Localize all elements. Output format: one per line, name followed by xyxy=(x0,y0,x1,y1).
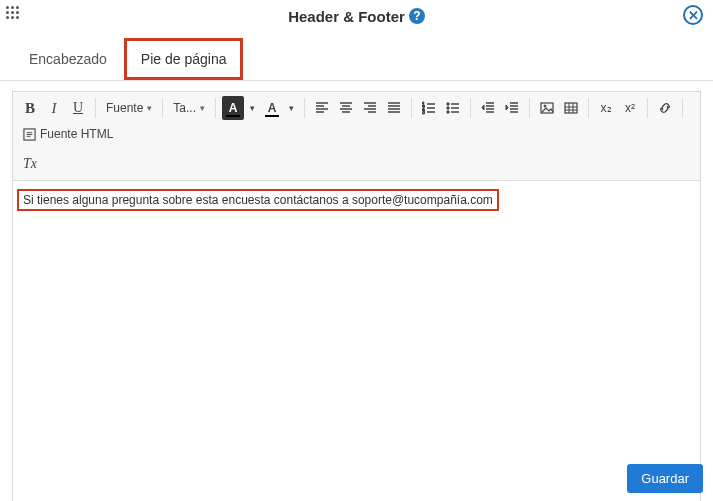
background-color-button[interactable]: A xyxy=(222,96,244,120)
superscript-button[interactable]: x² xyxy=(619,96,641,120)
editor-toolbar: B I U Fuente▾ Ta...▾ A▾ A▾ 123 x₂ x² Fue… xyxy=(13,92,700,181)
outdent-button[interactable] xyxy=(477,96,499,120)
image-icon xyxy=(540,101,554,115)
numbered-list-icon: 123 xyxy=(422,101,436,115)
align-justify-icon xyxy=(387,101,401,115)
font-family-label: Fuente xyxy=(106,101,143,115)
separator xyxy=(411,98,412,118)
svg-point-3 xyxy=(447,103,449,105)
separator xyxy=(95,98,96,118)
underline-button[interactable]: U xyxy=(67,96,89,120)
separator xyxy=(647,98,648,118)
bullet-list-button[interactable] xyxy=(442,96,464,120)
table-button[interactable] xyxy=(560,96,582,120)
bold-button[interactable]: B xyxy=(19,96,41,120)
svg-point-4 xyxy=(447,107,449,109)
close-button[interactable]: ✕ xyxy=(683,5,703,25)
separator xyxy=(529,98,530,118)
dialog-title: Header & Footer xyxy=(288,8,405,25)
close-icon: ✕ xyxy=(688,8,699,23)
tab-bar: Encabezado Pie de página xyxy=(0,38,713,81)
editor-content[interactable]: Si tienes alguna pregunta sobre esta enc… xyxy=(13,181,700,501)
svg-point-7 xyxy=(544,105,546,107)
align-left-button[interactable] xyxy=(311,96,333,120)
svg-point-5 xyxy=(447,111,449,113)
separator xyxy=(162,98,163,118)
dialog-header: Header & Footer ? ✕ xyxy=(0,0,713,32)
source-button[interactable]: Fuente HTML xyxy=(19,122,117,146)
font-size-select[interactable]: Ta...▾ xyxy=(169,96,209,120)
align-center-icon xyxy=(339,101,353,115)
link-icon xyxy=(658,101,672,115)
remove-format-icon: Tx xyxy=(23,156,37,172)
align-center-button[interactable] xyxy=(335,96,357,120)
align-justify-button[interactable] xyxy=(383,96,405,120)
indent-button[interactable] xyxy=(501,96,523,120)
bg-color-caret[interactable]: ▾ xyxy=(246,96,259,120)
rich-text-editor: B I U Fuente▾ Ta...▾ A▾ A▾ 123 x₂ x² Fue… xyxy=(12,91,701,501)
drag-handle-icon[interactable] xyxy=(6,6,19,19)
separator xyxy=(215,98,216,118)
bullet-list-icon xyxy=(446,101,460,115)
bg-color-icon: A xyxy=(229,101,238,115)
text-color-button[interactable]: A xyxy=(261,96,283,120)
separator xyxy=(304,98,305,118)
font-family-select[interactable]: Fuente▾ xyxy=(102,96,156,120)
source-icon xyxy=(23,128,36,141)
image-button[interactable] xyxy=(536,96,558,120)
separator xyxy=(682,98,683,118)
outdent-icon xyxy=(481,101,495,115)
text-color-caret[interactable]: ▾ xyxy=(285,96,298,120)
table-icon xyxy=(564,101,578,115)
align-right-icon xyxy=(363,101,377,115)
align-right-button[interactable] xyxy=(359,96,381,120)
save-button[interactable]: Guardar xyxy=(627,464,703,493)
font-size-label: Ta... xyxy=(173,101,196,115)
italic-button[interactable]: I xyxy=(43,96,65,120)
svg-text:3: 3 xyxy=(422,109,425,115)
help-icon[interactable]: ? xyxy=(409,8,425,24)
tab-footer[interactable]: Pie de página xyxy=(127,41,241,77)
subscript-button[interactable]: x₂ xyxy=(595,96,617,120)
numbered-list-button[interactable]: 123 xyxy=(418,96,440,120)
indent-icon xyxy=(505,101,519,115)
footer-text-line: Si tienes alguna pregunta sobre esta enc… xyxy=(17,189,499,211)
separator xyxy=(470,98,471,118)
svg-rect-8 xyxy=(565,103,577,113)
remove-format-button[interactable]: Tx xyxy=(19,152,41,176)
chevron-down-icon: ▾ xyxy=(147,103,152,113)
separator xyxy=(588,98,589,118)
tab-header[interactable]: Encabezado xyxy=(15,41,121,77)
source-label: Fuente HTML xyxy=(40,127,113,141)
align-left-icon xyxy=(315,101,329,115)
chevron-down-icon: ▾ xyxy=(200,103,205,113)
text-color-icon: A xyxy=(268,101,277,115)
link-button[interactable] xyxy=(654,96,676,120)
